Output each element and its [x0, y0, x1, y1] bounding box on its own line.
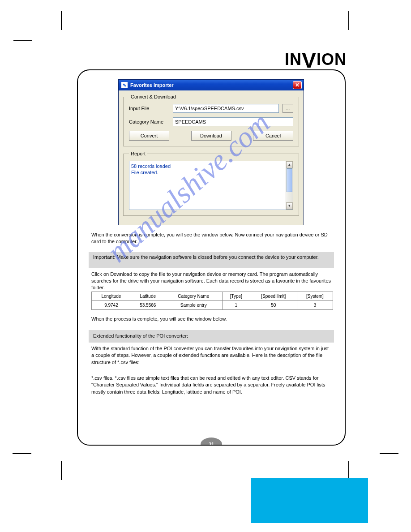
scrollbar-thumb[interactable] — [287, 168, 292, 192]
table-row: 9.9742 53.5566 Sample entry 1 50 3 — [92, 301, 333, 310]
td: 3 — [297, 301, 333, 310]
category-name-label: Category Name — [129, 119, 169, 124]
browse-button[interactable]: ... — [283, 104, 293, 113]
td: 1 — [222, 301, 250, 310]
scroll-up-icon[interactable]: ▴ — [286, 161, 293, 168]
td: 9.9742 — [92, 301, 131, 310]
category-name-field[interactable] — [173, 117, 293, 126]
dialog-titlebar[interactable]: ✎ Favorites Importer ✕ — [119, 80, 304, 90]
dialog-title: Favorites Importer — [130, 82, 174, 88]
th-category: Category Name — [165, 292, 222, 301]
report-line: File created. — [131, 169, 285, 176]
convert-download-group: Convert & Download Input File ... Catego… — [123, 94, 299, 146]
input-file-label: Input File — [129, 106, 169, 111]
paragraph: With the standard function of the POI co… — [91, 345, 331, 366]
paragraph: When the process is complete, you will s… — [91, 316, 331, 322]
th-system: [System] — [297, 292, 333, 301]
report-textbox[interactable]: 58 records loaded File created. ▴ ▾ — [129, 161, 293, 210]
group-legend-report: Report — [129, 151, 147, 156]
paragraph: When the conversion is complete, you wil… — [91, 232, 331, 245]
scrollbar[interactable]: ▴ ▾ — [286, 161, 293, 210]
section-heading-band: Extended functionality of the POI conver… — [89, 330, 334, 343]
paragraph: *.csv files. *.csv files are simple text… — [91, 375, 331, 395]
page-number: 31 — [201, 438, 222, 446]
th-speed: [Speed limit] — [250, 292, 297, 301]
download-button[interactable]: Download — [191, 131, 231, 141]
td: 53.5566 — [131, 301, 165, 310]
favorites-importer-dialog: ✎ Favorites Importer ✕ Convert & Downloa… — [118, 79, 304, 225]
td: Sample entry — [165, 301, 222, 310]
cancel-button[interactable]: Cancel — [253, 131, 293, 141]
paragraph: Click on Download to copy the file to yo… — [91, 271, 331, 291]
brand-logo: INVION — [285, 50, 347, 69]
csv-structure-table: Longitude Latitude Category Name [Type] … — [91, 292, 333, 310]
important-note: Important: Make sure the navigation soft… — [89, 252, 334, 268]
convert-button[interactable]: Convert — [129, 131, 169, 141]
dialog-icon: ✎ — [121, 82, 128, 88]
close-icon[interactable]: ✕ — [293, 81, 302, 89]
th-latitude: Latitude — [131, 292, 165, 301]
scrollbar-track[interactable] — [286, 168, 293, 202]
blue-overlay-box — [251, 478, 368, 523]
report-line: 58 records loaded — [131, 163, 285, 169]
page-frame: ✎ Favorites Importer ✕ Convert & Downloa… — [77, 69, 346, 446]
group-legend-convert: Convert & Download — [129, 94, 178, 99]
report-group: Report 58 records loaded File created. ▴… — [123, 151, 299, 216]
th-longitude: Longitude — [92, 292, 131, 301]
td: 50 — [250, 301, 297, 310]
table-row: Longitude Latitude Category Name [Type] … — [92, 292, 333, 301]
th-type: [Type] — [222, 292, 250, 301]
input-file-field[interactable] — [173, 104, 279, 113]
scroll-down-icon[interactable]: ▾ — [286, 202, 293, 210]
